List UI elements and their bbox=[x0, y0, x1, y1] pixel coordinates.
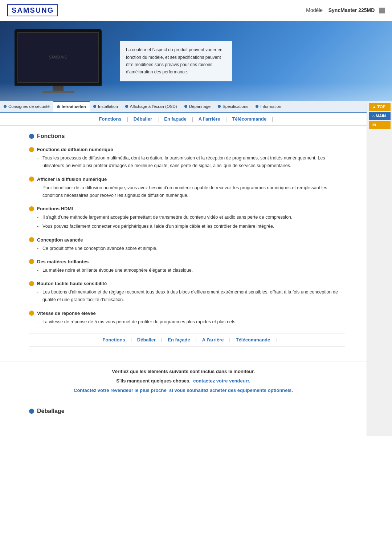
nav-label-affichage: Affichage à l'écran (OSD) bbox=[130, 104, 177, 109]
sub-nav-arriere[interactable]: A l'arrière bbox=[193, 116, 226, 122]
nav-label-specifications: Spécifications bbox=[222, 104, 248, 109]
nav-dot bbox=[125, 105, 128, 108]
model-info: Modèle SyncMaster 225MD bbox=[306, 7, 385, 13]
top-label: TOP bbox=[377, 105, 385, 109]
feature-desc-1: - Tous les processus de diffusion multim… bbox=[37, 154, 345, 170]
feature-title-5: Des matières brillantes bbox=[29, 259, 345, 264]
feature-title-3: Fonctions HDMI bbox=[29, 206, 345, 211]
nav-bar: Consignes de sécurité Introduction Insta… bbox=[0, 101, 367, 113]
feature-icon-3 bbox=[29, 206, 34, 211]
section-dot bbox=[29, 134, 34, 139]
footer-notice: Vérifiez que les éléments suivants sont … bbox=[0, 361, 367, 401]
main-button[interactable]: ⌂ MAIN bbox=[369, 112, 391, 120]
feature-icon-6 bbox=[29, 281, 34, 286]
top-arrow-icon: ▲ bbox=[372, 105, 376, 109]
sub-nav-sep5: | bbox=[272, 117, 273, 122]
sub-nav-fonctions[interactable]: Fonctions bbox=[94, 116, 127, 122]
sub-nav-top: Fonctions | Déballer | En façade | A l'a… bbox=[0, 113, 367, 126]
feature-desc-6: - Les boutons d'alimentation et de régla… bbox=[37, 288, 345, 304]
feature-desc-7: - La vitesse de réponse de 5 ms vous per… bbox=[37, 318, 345, 326]
feature-icon-1 bbox=[29, 147, 34, 152]
feature-block-6: Bouton tactile haute sensibilité - Les b… bbox=[29, 281, 345, 304]
footer-line2: S'ils manquent quelques choses, contacte… bbox=[22, 376, 345, 386]
feature-desc-4: - Ce produit offre une conception avancé… bbox=[37, 245, 345, 252]
nav-dot bbox=[184, 105, 187, 108]
sub-nav-bottom-telecommande[interactable]: Télécommande bbox=[230, 337, 276, 343]
second-section-dot bbox=[29, 409, 34, 414]
footer-line1: Vérifiez que les éléments suivants sont … bbox=[22, 367, 345, 376]
nav-label-information: Information bbox=[260, 104, 281, 109]
feature-icon-5 bbox=[29, 259, 34, 264]
model-label: Modèle bbox=[306, 7, 323, 13]
email-icon: ✉ bbox=[372, 123, 376, 127]
footer-line3: Contactez votre revendeur le plus proche… bbox=[22, 386, 345, 395]
feature-title-2: Afficher la diffusion numérique bbox=[29, 177, 345, 182]
footer-line3-prefix: Contactez votre revendeur le plus proche bbox=[74, 388, 167, 393]
top-button[interactable]: ▲ TOP bbox=[369, 103, 391, 111]
nav-dot bbox=[218, 105, 221, 108]
feature-title-1: Fonctions de diffusion numérique bbox=[29, 147, 345, 152]
second-section-title: Déballage bbox=[37, 408, 65, 414]
feature-title-4: Conception avancée bbox=[29, 237, 345, 243]
footer-link[interactable]: contactez votre vendeurr bbox=[193, 378, 249, 384]
samsung-logo: SAMSUNG bbox=[7, 4, 58, 16]
hero-callout: La couleur et l'aspect du produit peuven… bbox=[120, 41, 232, 81]
nav-item-depannage[interactable]: Dépannage bbox=[181, 101, 214, 112]
main-content: Fonctions Fonctions de diffusion numériq… bbox=[0, 126, 367, 361]
model-icon bbox=[379, 8, 385, 13]
feature-title-7: Vitesse de réponse élevée bbox=[29, 311, 345, 316]
sub-nav-telecommande[interactable]: Télécommande bbox=[227, 116, 272, 122]
page-header: SAMSUNG Modèle SyncMaster 225MD bbox=[0, 0, 392, 21]
section-title: Fonctions bbox=[37, 133, 65, 139]
email-button[interactable]: ✉ bbox=[369, 121, 391, 129]
feature-desc-3: - Il s'agit d'une méthode largement acce… bbox=[37, 214, 345, 231]
nav-item-securite[interactable]: Consignes de sécurité bbox=[0, 101, 53, 112]
second-section: Déballage bbox=[0, 401, 367, 436]
main-label: MAIN bbox=[376, 114, 386, 118]
nav-label-securite: Consignes de sécurité bbox=[8, 104, 50, 109]
feature-icon-7 bbox=[29, 311, 34, 316]
nav-item-installation[interactable]: Installation bbox=[90, 101, 122, 112]
feature-block-3: Fonctions HDMI - Il s'agit d'une méthode… bbox=[29, 206, 345, 231]
nav-dot bbox=[93, 105, 96, 108]
nav-item-introduction[interactable]: Introduction bbox=[53, 101, 90, 112]
nav-dot bbox=[4, 105, 7, 108]
feature-block-4: Conception avancée - Ce produit offre un… bbox=[29, 237, 345, 252]
nav-label-installation: Installation bbox=[98, 104, 118, 109]
feature-block-5: Des matières brillantes - La matière noi… bbox=[29, 259, 345, 274]
feature-desc-2: - Pour bénéficier de la diffusion numéri… bbox=[37, 184, 345, 200]
nav-label-depannage: Dépannage bbox=[189, 104, 211, 109]
main-home-icon: ⌂ bbox=[372, 114, 375, 118]
nav-dot-intro bbox=[57, 105, 60, 108]
sub-nav-bottom-deballer[interactable]: Déballer bbox=[132, 337, 161, 343]
model-name: SyncMaster 225MD bbox=[328, 7, 375, 13]
sub-nav-bottom-sep5: | bbox=[275, 337, 277, 342]
feature-block-2: Afficher la diffusion numérique - Pour b… bbox=[29, 177, 345, 200]
sub-nav-enfacade[interactable]: En façade bbox=[159, 116, 192, 122]
feature-block-7: Vitesse de réponse élevée - La vitesse d… bbox=[29, 311, 345, 326]
nav-item-affichage[interactable]: Affichage à l'écran (OSD) bbox=[122, 101, 181, 112]
sub-nav-bottom-enfacade[interactable]: En façade bbox=[162, 337, 195, 343]
feature-block-1: Fonctions de diffusion numérique - Tous … bbox=[29, 147, 345, 170]
nav-label-introduction: Introduction bbox=[62, 105, 86, 109]
feature-desc-5: - La matière noire et brillante évoque u… bbox=[37, 267, 345, 274]
sub-nav-bottom-arriere[interactable]: A l'arrière bbox=[197, 337, 229, 343]
sub-nav-bottom-fonctions[interactable]: Fonctions bbox=[97, 337, 131, 343]
sub-nav-deballer[interactable]: Déballer bbox=[128, 116, 158, 122]
side-buttons-container: ▲ TOP ⌂ MAIN ✉ bbox=[367, 101, 392, 436]
feature-title-6: Bouton tactile haute sensibilité bbox=[29, 281, 345, 286]
nav-item-specifications[interactable]: Spécifications bbox=[214, 101, 252, 112]
hero-banner: SAMSUNG La couleur et l'aspect du produi… bbox=[0, 21, 392, 101]
second-section-title-row: Déballage bbox=[29, 408, 345, 414]
nav-dot bbox=[256, 105, 258, 108]
footer-line3-suffix: si vous souhaitez acheter des équipement… bbox=[169, 388, 293, 393]
hero-wave bbox=[0, 83, 392, 101]
nav-item-information[interactable]: Information bbox=[252, 101, 285, 112]
feature-icon-2 bbox=[29, 177, 34, 182]
sub-nav-bottom: Fonctions | Déballer | En façade | A l'a… bbox=[29, 333, 345, 347]
feature-icon-4 bbox=[29, 237, 34, 242]
section-title-row: Fonctions bbox=[29, 133, 345, 139]
